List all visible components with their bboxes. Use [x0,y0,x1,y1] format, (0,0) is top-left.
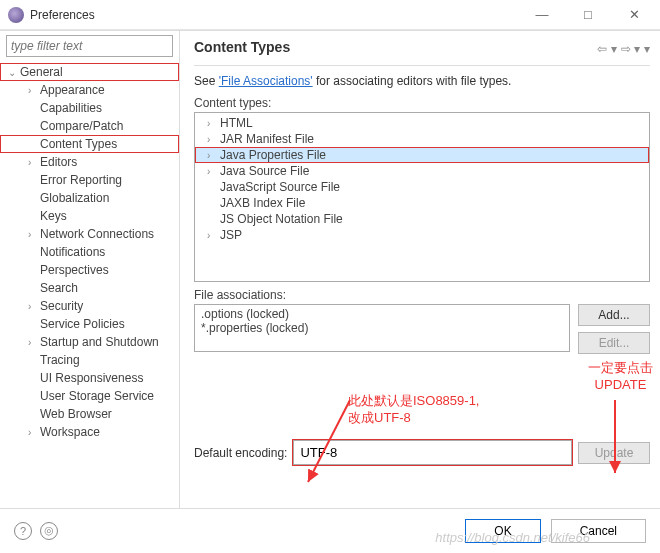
nav-arrows: ⇦ ▾ ⇨ ▾ ▾ [597,42,650,56]
add-button[interactable]: Add... [578,304,650,326]
chevron-icon: › [28,85,38,96]
file-associations-label: File associations: [194,288,650,302]
tree-item-label: Security [40,299,83,313]
sidebar-item-globalization[interactable]: Globalization [0,189,179,207]
sidebar-item-error-reporting[interactable]: Error Reporting [0,171,179,189]
sidebar-item-workspace[interactable]: ›Workspace [0,423,179,441]
content-type-label: JS Object Notation File [220,212,343,226]
content-type-label: HTML [220,116,253,130]
file-associations-list[interactable]: .options (locked)*.properties (locked) [194,304,570,352]
sidebar-item-startup-and-shutdown[interactable]: ›Startup and Shutdown [0,333,179,351]
app-icon [8,7,24,23]
file-associations-link[interactable]: 'File Associations' [219,74,313,88]
maximize-button[interactable]: □ [574,7,602,22]
tree-item-label: Error Reporting [40,173,122,187]
chevron-icon: › [28,301,38,312]
sidebar-item-user-storage-service[interactable]: User Storage Service [0,387,179,405]
sidebar-item-notifications[interactable]: Notifications [0,243,179,261]
assoc-buttons: Add... Edit... [578,304,650,354]
record-icon[interactable]: ◎ [40,522,58,540]
sidebar-item-search[interactable]: Search [0,279,179,297]
tree-item-label: General [20,65,63,79]
forward-icon[interactable]: ⇨ ▾ [621,42,640,56]
chevron-icon: › [207,150,217,161]
sidebar-item-ui-responsiveness[interactable]: UI Responsiveness [0,369,179,387]
content-type-jaxb-index-file[interactable]: JAXB Index File [195,195,649,211]
content-type-label: JavaScript Source File [220,180,340,194]
minimize-button[interactable]: — [528,7,556,22]
encoding-row: Default encoding: Update [194,440,650,465]
encoding-input[interactable] [293,440,572,465]
associations-row: .options (locked)*.properties (locked) A… [194,304,650,354]
desc-prefix: See [194,74,219,88]
close-button[interactable]: ✕ [620,7,648,22]
help-icon[interactable]: ? [14,522,32,540]
content-types-list[interactable]: ›HTML›JAR Manifest File›Java Properties … [194,112,650,282]
tree-item-label: Network Connections [40,227,154,241]
content-type-html[interactable]: ›HTML [195,115,649,131]
content-header: Content Types ⇦ ▾ ⇨ ▾ ▾ [194,37,650,66]
content-type-javascript-source-file[interactable]: JavaScript Source File [195,179,649,195]
titlebar: Preferences — □ ✕ [0,0,660,30]
association-item[interactable]: *.properties (locked) [201,321,563,335]
content-type-java-source-file[interactable]: ›Java Source File [195,163,649,179]
main-area: ⌄General›AppearanceCapabilitiesCompare/P… [0,30,660,508]
content-type-label: Java Properties File [220,148,326,162]
sidebar-item-tracing[interactable]: Tracing [0,351,179,369]
association-item[interactable]: .options (locked) [201,307,563,321]
content-type-jar-manifest-file[interactable]: ›JAR Manifest File [195,131,649,147]
back-icon[interactable]: ⇦ ▾ [597,42,616,56]
sidebar-item-general[interactable]: ⌄General [0,63,179,81]
tree-item-label: Tracing [40,353,80,367]
tree-item-label: Notifications [40,245,105,259]
tree-item-label: Service Policies [40,317,125,331]
sidebar-item-web-browser[interactable]: Web Browser [0,405,179,423]
sidebar-item-keys[interactable]: Keys [0,207,179,225]
tree-item-label: UI Responsiveness [40,371,143,385]
tree-item-label: Startup and Shutdown [40,335,159,349]
tree-item-label: Capabilities [40,101,102,115]
content-types-label: Content types: [194,96,650,110]
tree-item-label: Globalization [40,191,109,205]
sidebar-item-network-connections[interactable]: ›Network Connections [0,225,179,243]
chevron-icon: › [207,134,217,145]
encoding-label: Default encoding: [194,446,287,460]
sidebar-item-content-types[interactable]: Content Types [0,135,179,153]
sidebar-item-compare-patch[interactable]: Compare/Patch [0,117,179,135]
tree-item-label: Search [40,281,78,295]
sidebar-item-security[interactable]: ›Security [0,297,179,315]
desc-suffix: for associating editors with file types. [313,74,512,88]
edit-button: Edit... [578,332,650,354]
chevron-icon: › [28,229,38,240]
window-title: Preferences [30,8,528,22]
help-icons: ? ◎ [14,522,58,540]
tree-item-label: Compare/Patch [40,119,123,133]
description: See 'File Associations' for associating … [194,74,650,88]
tree-item-label: Perspectives [40,263,109,277]
page-title: Content Types [194,39,290,55]
sidebar-item-service-policies[interactable]: Service Policies [0,315,179,333]
sidebar-item-perspectives[interactable]: Perspectives [0,261,179,279]
content-type-label: JSP [220,228,242,242]
tree-item-label: Workspace [40,425,100,439]
tree-item-label: Web Browser [40,407,112,421]
update-button[interactable]: Update [578,442,650,464]
watermark: https://blog.csdn.net/kife66 [435,530,590,545]
content-type-label: Java Source File [220,164,309,178]
sidebar: ⌄General›AppearanceCapabilitiesCompare/P… [0,31,180,508]
filter-input[interactable] [6,35,173,57]
tree-item-label: User Storage Service [40,389,154,403]
sidebar-item-editors[interactable]: ›Editors [0,153,179,171]
tree-item-label: Appearance [40,83,105,97]
sidebar-item-capabilities[interactable]: Capabilities [0,99,179,117]
chevron-icon: › [207,230,217,241]
content-type-jsp[interactable]: ›JSP [195,227,649,243]
sidebar-item-appearance[interactable]: ›Appearance [0,81,179,99]
content-type-java-properties-file[interactable]: ›Java Properties File [195,147,649,163]
content-type-label: JAXB Index File [220,196,305,210]
content-type-js-object-notation-file[interactable]: JS Object Notation File [195,211,649,227]
chevron-icon: ⌄ [8,67,18,78]
content-panel: Content Types ⇦ ▾ ⇨ ▾ ▾ See 'File Associ… [180,31,660,508]
menu-icon[interactable]: ▾ [644,42,650,56]
preferences-tree[interactable]: ⌄General›AppearanceCapabilitiesCompare/P… [0,61,179,508]
